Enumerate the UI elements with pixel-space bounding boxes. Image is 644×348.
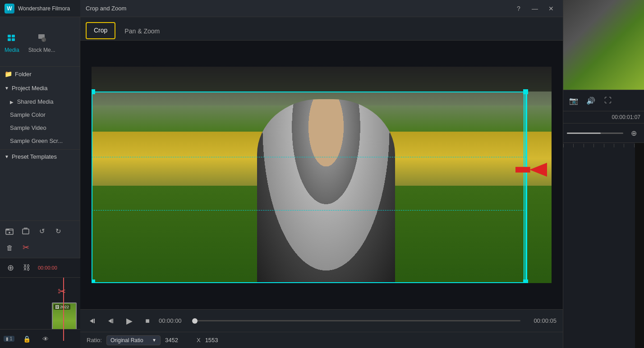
add-track-btn[interactable]: ⊕ <box>4 261 17 275</box>
bottom-overlay-icons: ▮ 1 🔒 👁 <box>0 329 80 348</box>
link-btn[interactable]: ⛓ <box>20 261 33 275</box>
minimize-btn[interactable]: — <box>529 4 541 14</box>
ratio-x-label: X <box>197 337 201 343</box>
fullscreen-btn[interactable]: ⛶ <box>601 94 615 107</box>
sidebar-nav-media[interactable]: Media <box>5 31 19 53</box>
vol-fill <box>567 133 601 134</box>
sidebar-section-preset[interactable]: ▼ Preset Templates <box>0 149 80 164</box>
help-btn[interactable]: ? <box>512 4 525 14</box>
svg-rect-14 <box>112 319 113 323</box>
time-current: 00:00:00 <box>159 317 190 324</box>
handle-top-right[interactable] <box>523 89 528 94</box>
clip-image-icon: 🖼 <box>55 305 59 309</box>
crop-box[interactable] <box>92 92 526 283</box>
stop-btn[interactable]: ■ <box>141 314 154 328</box>
sidebar-item-sample-color[interactable]: Sample Color <box>0 108 80 121</box>
app-name: Wondershare Filmora <box>18 5 70 12</box>
sidebar-item-sample-green[interactable]: Sample Green Scr... <box>0 134 80 147</box>
close-btn[interactable]: ✕ <box>545 4 557 14</box>
ratio-chevron-icon: ▼ <box>152 338 156 343</box>
ratio-label: Ratio: <box>87 337 102 343</box>
right-panel-controls: 📷 🔊 ⛶ <box>563 90 644 111</box>
svg-rect-0 <box>8 35 11 37</box>
svg-rect-1 <box>12 35 15 37</box>
visibility-btn[interactable]: 👁 <box>39 332 52 346</box>
media-icon <box>5 31 19 45</box>
svg-rect-3 <box>12 38 15 41</box>
svg-rect-2 <box>8 38 11 41</box>
sidebar-nav-stock[interactable]: ↓ Stock Me... <box>28 31 55 53</box>
handle-top-left[interactable] <box>92 89 95 94</box>
redo-btn[interactable]: ↻ <box>51 224 65 238</box>
volume-slider[interactable] <box>567 133 623 134</box>
svg-marker-13 <box>108 319 112 323</box>
tab-pan-zoom[interactable]: Pan & Zoom <box>117 24 167 40</box>
right-time-controls: 00:00:01:07 <box>563 111 644 124</box>
handle-right-edge[interactable] <box>524 92 527 283</box>
svg-rect-8 <box>23 229 29 234</box>
tick-4 <box>604 144 614 147</box>
tick-0 <box>563 144 573 147</box>
app-logo-letter: W <box>7 5 12 12</box>
seek-track[interactable] <box>195 320 520 321</box>
tick-1 <box>573 144 583 147</box>
timeline-ruler <box>563 143 644 348</box>
media-label: Media <box>5 47 19 53</box>
back-frame-btn[interactable] <box>105 314 118 328</box>
project-media-label: Project Media <box>12 85 47 92</box>
cut-btn[interactable]: ✂ <box>19 241 32 254</box>
preview-area <box>80 41 563 309</box>
snapshot-btn[interactable]: 📷 <box>567 94 580 107</box>
dialog-titlebar: Crop and Zoom ? — ✕ <box>80 0 563 17</box>
folder-icon: 📁 <box>5 70 12 78</box>
zoom-in-btn[interactable]: ⊕ <box>627 126 640 140</box>
import-btn[interactable] <box>19 224 32 238</box>
app-header: W Wondershare Filmora <box>0 0 80 17</box>
folder-label: Folder <box>15 71 32 78</box>
video-frame <box>92 67 552 283</box>
svg-text:↓: ↓ <box>42 38 44 41</box>
ratio-height: 1553 <box>205 337 232 343</box>
app-logo: W <box>5 4 14 14</box>
right-panel: 📷 🔊 ⛶ 00:00:01:07 ⊕ <box>563 0 644 348</box>
lock-btn[interactable]: 🔒 <box>20 332 33 346</box>
clip-time: 00:00:00 <box>38 265 57 270</box>
dialog-title: Crop and Zoom <box>86 5 126 12</box>
svg-rect-12 <box>94 319 95 323</box>
seek-thumb[interactable] <box>192 318 198 324</box>
undo-btn[interactable]: ↺ <box>35 224 49 238</box>
ratio-width: 3452 <box>165 337 192 343</box>
preset-label: Preset Templates <box>12 153 57 160</box>
crop-guide-horizontal-1 <box>92 157 526 157</box>
sidebar-section-project-media[interactable]: ▼ Project Media <box>0 81 80 95</box>
chevron-down-icon: ▼ <box>5 86 9 91</box>
new-folder-btn[interactable] <box>3 224 16 238</box>
sidebar-top-nav: Media ↓ Stock Me... <box>0 17 80 67</box>
ratio-bar: Ratio: Original Ratio ▼ 3452 X 1553 <box>80 332 563 348</box>
track-badge: ▮ 1 <box>4 336 14 342</box>
stock-icon: ↓ <box>35 31 49 45</box>
right-thumb-top <box>563 0 644 90</box>
volume-btn[interactable]: 🔊 <box>584 94 598 107</box>
play-btn[interactable]: ▶ <box>123 314 136 328</box>
clip-label: 2022 <box>60 305 69 309</box>
ratio-select[interactable]: Original Ratio ▼ <box>106 335 161 345</box>
sidebar-section-folder[interactable]: 📁 Folder <box>0 67 80 81</box>
scissors-icon: ✂ <box>58 286 66 298</box>
sidebar-item-shared-media[interactable]: ▶ Shared Media <box>0 95 80 108</box>
stock-label: Stock Me... <box>28 47 55 53</box>
timeline-tool-controls: ⊕ ⛓ 00:00:00 <box>0 258 80 278</box>
delete-btn[interactable]: 🗑 <box>3 241 16 254</box>
crop-mask-top <box>92 67 552 92</box>
tick-3 <box>593 144 603 147</box>
svg-rect-10 <box>515 167 530 173</box>
tick-5 <box>614 144 624 147</box>
titlebar-buttons: ? — ✕ <box>512 4 557 14</box>
handle-bottom-left[interactable] <box>92 279 95 283</box>
sidebar-item-sample-video[interactable]: Sample Video <box>0 121 80 134</box>
handle-bottom-right[interactable] <box>523 279 528 283</box>
playback-bar: ▶ ■ 00:00:00 00:00:05 <box>80 309 563 332</box>
rewind-btn[interactable] <box>87 314 100 328</box>
ratio-value: Original Ratio <box>110 337 143 343</box>
tab-crop[interactable]: Crop <box>86 22 115 39</box>
